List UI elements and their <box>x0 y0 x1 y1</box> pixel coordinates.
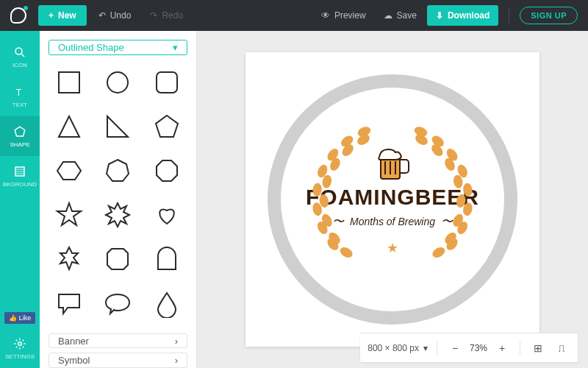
thumb-icon: 👍 <box>9 314 17 322</box>
save-label: Save <box>397 10 417 21</box>
undo-icon: ↶ <box>98 10 106 21</box>
shape-icon <box>13 125 26 138</box>
shape-grid <box>49 64 187 329</box>
canvas-footer: 800 × 800 px ▾ − 73% + ⊞ ⎍ <box>360 333 578 362</box>
new-label: New <box>58 10 76 21</box>
svg-point-25 <box>312 183 323 197</box>
shape-star-burst[interactable] <box>97 197 138 233</box>
search-icon <box>13 46 26 59</box>
shape-star8[interactable] <box>49 241 90 277</box>
select-label: Outlined Shape <box>58 42 124 53</box>
divider <box>520 342 520 355</box>
download-icon: ⬇ <box>436 10 443 21</box>
shape-rounded-square[interactable] <box>146 64 187 101</box>
svg-marker-20 <box>60 247 78 269</box>
svg-rect-9 <box>59 72 79 93</box>
zoom-out-button[interactable]: − <box>446 339 464 357</box>
download-button[interactable]: ⬇ Download <box>427 5 498 26</box>
shape-bevel-square[interactable] <box>97 241 138 277</box>
preview-label: Preview <box>334 10 366 21</box>
signup-button[interactable]: SIGN UP <box>520 7 578 24</box>
shape-triangle[interactable] <box>49 108 90 145</box>
svg-line-1 <box>21 54 24 57</box>
rail-item-background[interactable]: BKGROUND <box>0 156 40 196</box>
divider <box>437 342 437 355</box>
shape-heart[interactable] <box>146 197 187 233</box>
rail-item-shape[interactable]: SHAPE <box>0 116 40 156</box>
gear-icon <box>13 337 26 350</box>
top-bar: + New ↶ Undo ↷ Redo 👁 Preview ☁ Save ⬇ D… <box>0 0 588 31</box>
rail-item-icon[interactable]: ICON <box>0 37 40 77</box>
undo-label: Undo <box>110 10 132 21</box>
category-symbol[interactable]: Symbol › <box>49 353 187 368</box>
svg-text:T: T <box>16 87 22 97</box>
svg-marker-13 <box>107 116 128 137</box>
fb-like-button[interactable]: 👍 Like <box>4 312 36 324</box>
svg-point-0 <box>15 48 22 54</box>
align-icon: ⎍ <box>559 342 564 354</box>
stage[interactable]: FOAMINGBEER 〜 Months of Brewing 〜 ★ <box>197 31 588 368</box>
shape-circle[interactable] <box>97 64 138 101</box>
rail-item-text[interactable]: T TEXT <box>0 77 40 116</box>
svg-marker-3 <box>15 127 25 136</box>
like-label: Like <box>19 314 32 322</box>
shape-square[interactable] <box>49 64 90 101</box>
left-rail: ICON T TEXT SHAPE BKGROUND 👍 Like SETTIN… <box>0 31 40 368</box>
shape-drop[interactable] <box>146 285 187 322</box>
download-label: Download <box>448 10 490 21</box>
shape-hexagon[interactable] <box>49 152 90 189</box>
preview-button[interactable]: 👁 Preview <box>314 6 373 25</box>
grid-icon: ⊞ <box>534 342 542 354</box>
rail-label: SHAPE <box>10 141 29 148</box>
undo-button[interactable]: ↶ Undo <box>91 6 139 25</box>
svg-marker-17 <box>157 160 177 181</box>
svg-marker-18 <box>57 203 81 225</box>
svg-point-10 <box>107 72 128 93</box>
shape-speech-round[interactable] <box>97 285 138 322</box>
category-banner[interactable]: Banner › <box>49 333 187 349</box>
svg-marker-12 <box>59 116 79 137</box>
chevron-down-icon: ▾ <box>173 42 178 53</box>
svg-rect-11 <box>157 72 177 93</box>
shape-speech-rect[interactable] <box>49 285 90 322</box>
redo-label: Redo <box>162 10 183 21</box>
plus-icon: + <box>49 10 54 21</box>
svg-marker-16 <box>107 160 129 181</box>
rail-label: TEXT <box>12 102 27 108</box>
shape-pentagon[interactable] <box>146 108 187 145</box>
logo-icon <box>10 7 26 24</box>
redo-icon: ↷ <box>150 10 157 21</box>
shape-arch[interactable] <box>146 241 187 277</box>
chevron-right-icon: › <box>175 336 178 347</box>
divider <box>509 8 509 23</box>
dimensions-label: 800 × 800 px <box>368 343 419 353</box>
grid-toggle-button[interactable]: ⊞ <box>529 339 547 357</box>
new-button[interactable]: + New <box>38 5 87 26</box>
shape-right-triangle[interactable] <box>97 108 138 145</box>
badge-ring: FOAMINGBEER 〜 Months of Brewing 〜 ★ <box>268 74 517 325</box>
rail-item-settings[interactable]: SETTINGS <box>0 328 40 368</box>
redo-button[interactable]: ↷ Redo <box>143 6 190 25</box>
shape-heptagon[interactable] <box>97 152 138 189</box>
svg-point-30 <box>338 245 354 260</box>
canvas-area: FOAMINGBEER 〜 Months of Brewing 〜 ★ 800 … <box>197 31 588 368</box>
cloud-icon: ☁ <box>384 10 392 21</box>
chevron-right-icon: › <box>175 355 178 366</box>
artboard[interactable]: FOAMINGBEER 〜 Months of Brewing 〜 ★ <box>245 52 539 347</box>
shape-octagon[interactable] <box>146 152 187 189</box>
align-button[interactable]: ⎍ <box>553 339 570 357</box>
eye-icon: 👁 <box>321 10 330 21</box>
laurel-icon <box>281 88 504 311</box>
background-icon <box>13 165 26 178</box>
svg-marker-21 <box>107 249 128 269</box>
save-button[interactable]: ☁ Save <box>376 6 424 25</box>
dimensions-select[interactable]: 800 × 800 px ▾ <box>368 343 428 353</box>
zoom-in-button[interactable]: + <box>493 339 511 357</box>
svg-marker-14 <box>156 116 178 137</box>
svg-marker-15 <box>57 162 81 180</box>
shape-star5[interactable] <box>49 197 90 233</box>
shape-category-select[interactable]: Outlined Shape ▾ <box>49 40 187 55</box>
cat-label: Banner <box>58 336 89 347</box>
cat-label: Symbol <box>58 355 90 366</box>
rail-label: BKGROUND <box>3 181 37 188</box>
